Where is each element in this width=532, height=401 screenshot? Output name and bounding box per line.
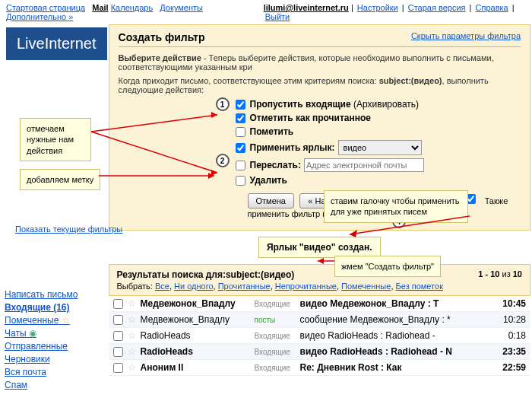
message-list: ☆Медвежонок_ВпадлуВходящиевидео Медвежон… xyxy=(109,296,530,376)
desc-bold: Выберите действие xyxy=(119,53,201,62)
results-count: 1 - 10 из 10 xyxy=(478,269,522,278)
sel-read[interactable]: Прочитанные xyxy=(218,282,271,291)
sel-unmarked[interactable]: Без пометок xyxy=(396,282,443,291)
tag: Входящие xyxy=(255,332,300,340)
sel-marked[interactable]: Помеченные xyxy=(341,282,391,291)
sender: Медвежонок_Впадлу xyxy=(141,314,255,325)
list-item[interactable]: ☆RadioHeadsВходящиевидео RadioHeads : Ra… xyxy=(109,344,530,360)
user-email: lilumi@liveinternet.ru xyxy=(264,3,349,12)
side-marked[interactable]: Помеченные ☆ xyxy=(5,315,94,326)
time: 0:18 xyxy=(492,330,526,341)
sidebar: Написать письмо Входящие (16) Помеченные… xyxy=(0,281,99,399)
side-write[interactable]: Написать письмо xyxy=(5,289,94,300)
chk-read[interactable] xyxy=(236,113,245,123)
chk-fwd[interactable] xyxy=(236,161,245,170)
side-drafts[interactable]: Черновики xyxy=(5,354,94,364)
row-check[interactable] xyxy=(113,299,123,309)
time: 10:28 xyxy=(492,314,526,325)
nav-docs[interactable]: Документы xyxy=(160,3,203,12)
link-oldver[interactable]: Старая версия xyxy=(408,3,466,12)
link-settings[interactable]: Настройки xyxy=(357,3,398,12)
time: 22:59 xyxy=(492,362,526,373)
note-2: добавляем метку xyxy=(20,169,100,190)
time: 10:45 xyxy=(492,298,526,309)
side-sent[interactable]: Отправленные xyxy=(5,341,94,352)
star-icon[interactable]: ☆ xyxy=(128,314,136,325)
sel-none[interactable]: Ни одного xyxy=(174,282,214,291)
hide-params-link[interactable]: Скрыть параметры фильтра xyxy=(411,31,521,43)
sender: RadioHeads xyxy=(141,330,255,341)
results-header: Результаты поиска для:subject:(видео) 1 … xyxy=(109,264,530,296)
link-help[interactable]: Справка xyxy=(476,3,508,12)
show-filters-link[interactable]: Показать текущие фильтры xyxy=(15,224,122,234)
cancel-button[interactable]: Отмена xyxy=(248,193,294,208)
side-all[interactable]: Вся почта xyxy=(5,367,94,377)
star-icon[interactable]: ☆ xyxy=(128,346,136,357)
chk-mark[interactable] xyxy=(236,127,245,137)
fwd-input[interactable] xyxy=(304,158,424,172)
subject: видео RadioHeads : Radiohead - N xyxy=(300,346,492,357)
sel-unread[interactable]: Непрочитанные xyxy=(275,282,337,291)
star-icon[interactable]: ☆ xyxy=(128,330,136,341)
link-exit[interactable]: Выйти xyxy=(265,12,290,21)
chat-icon: ◉ xyxy=(29,328,36,339)
side-chats[interactable]: Чаты ◉ xyxy=(5,328,94,339)
list-item[interactable]: ☆RadioHeadsВходящиевидео RadioHeads : Ra… xyxy=(109,328,530,344)
subject: сообщение Медвежонок_Впадлу : * xyxy=(300,314,492,325)
subject: Re: Дневник Rost : Как xyxy=(300,362,492,373)
nav-start[interactable]: Стартовая страница xyxy=(6,3,85,12)
logo: LiveInternet xyxy=(6,27,107,60)
sender: Медвежонок_Впадлу xyxy=(141,298,255,309)
list-item[interactable]: ☆Аноним IIВходящиеRe: Дневник Rost : Как… xyxy=(109,360,530,376)
nav-cal[interactable]: Календарь xyxy=(111,3,154,12)
row-check[interactable] xyxy=(113,331,123,341)
tag: Входящие xyxy=(255,348,300,356)
subject: видео Медвежонок_Впадлу : Т xyxy=(300,298,492,309)
chk-label[interactable] xyxy=(236,143,245,153)
side-spam[interactable]: Спам xyxy=(5,380,94,390)
note-3: ставим галочку чтобы применить для уже п… xyxy=(324,190,468,223)
tag: посты xyxy=(255,316,300,324)
sender: Аноним II xyxy=(141,362,255,373)
star-icon: ☆ xyxy=(62,315,70,326)
note-1: отмечаем нужные нам действия xyxy=(20,118,91,161)
sel-all[interactable]: Все xyxy=(155,282,169,291)
chk-del[interactable] xyxy=(236,176,245,186)
badge-2: 2 xyxy=(216,154,230,167)
row-check[interactable] xyxy=(113,315,123,325)
side-inbox[interactable]: Входящие (16) xyxy=(5,302,94,313)
label-select[interactable]: видео xyxy=(338,140,422,155)
panel-title: Создать фильтр xyxy=(119,31,205,43)
subject: видео RadioHeads : Radiohead - xyxy=(300,330,492,341)
row-check[interactable] xyxy=(113,363,123,373)
tag: Входящие xyxy=(255,364,300,372)
badge-1: 1 xyxy=(216,97,230,111)
sender: RadioHeads xyxy=(141,346,255,357)
chk-skip[interactable] xyxy=(236,100,245,110)
top-nav: Стартовая страница Mail Календарь Докуме… xyxy=(0,0,532,24)
created-badge: Ярлык "видео" создан. xyxy=(258,237,381,258)
time: 23:35 xyxy=(492,346,526,357)
list-item[interactable]: ☆Медвежонок_ВпадлуВходящиевидео Медвежон… xyxy=(109,296,530,312)
tag: Входящие xyxy=(255,300,300,308)
star-icon[interactable]: ☆ xyxy=(128,362,136,373)
nav-mail[interactable]: Mail xyxy=(92,3,108,12)
row-check[interactable] xyxy=(113,347,123,357)
nav-more[interactable]: Дополнительно » xyxy=(6,12,73,21)
note-4: жмем "Создать фильтр" xyxy=(334,256,441,277)
star-icon[interactable]: ☆ xyxy=(128,298,136,309)
list-item[interactable]: ☆Медвежонок_Впадлупостысообщение Медвежо… xyxy=(109,312,530,328)
